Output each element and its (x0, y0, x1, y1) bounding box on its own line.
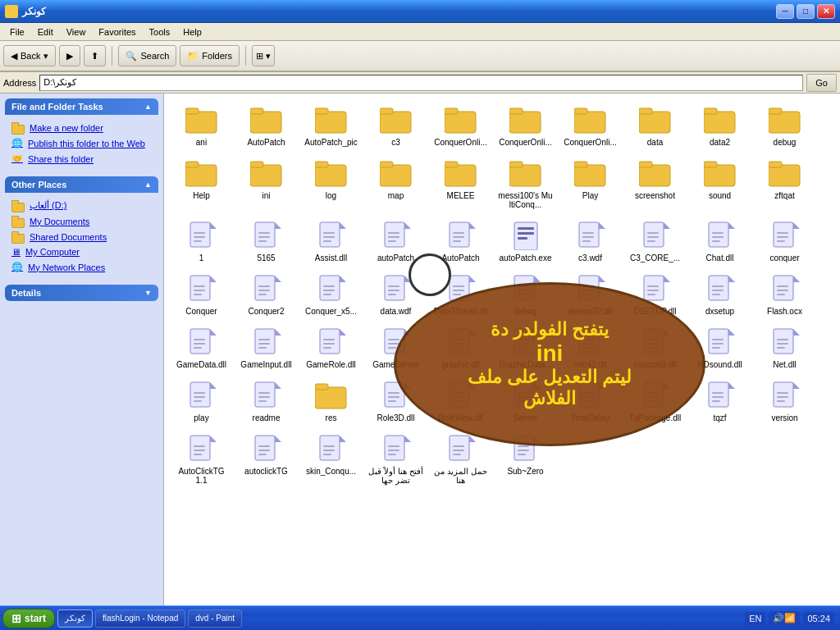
search-button[interactable]: 🔍 Search (118, 45, 176, 66)
file-item[interactable]: sound (689, 153, 751, 212)
file-item[interactable]: skin_Conqu... (300, 429, 362, 488)
language-indicator[interactable]: EN (745, 612, 765, 625)
file-item[interactable]: MELEE (430, 153, 491, 212)
file-item[interactable]: Net.dll (754, 322, 815, 372)
file-item[interactable]: ConquerOnli... (559, 100, 621, 150)
svg-rect-26 (380, 165, 411, 186)
forward-button[interactable]: ▶ (59, 45, 80, 66)
menu-item-view[interactable]: View (60, 25, 93, 39)
menubar: FileEditViewFavoritesToolsHelp (0, 23, 840, 41)
address-input[interactable] (39, 75, 803, 91)
shared-documents-place[interactable]: Shared Documents (10, 229, 153, 244)
file-icon (315, 219, 348, 252)
my-documents-place[interactable]: My Documents (10, 213, 153, 229)
file-item[interactable]: readme (235, 376, 297, 426)
file-item[interactable]: c3 (365, 100, 427, 150)
file-item[interactable]: debug (754, 100, 815, 150)
file-icon (704, 379, 737, 412)
go-button[interactable]: Go (806, 74, 837, 92)
svg-rect-87 (777, 236, 788, 238)
taskbar-item-1[interactable]: flashLogin - Notepad (95, 609, 185, 628)
file-item[interactable]: ConquerOnli... (495, 100, 556, 150)
taskbar-item-0[interactable]: كونكر (57, 609, 93, 628)
file-item[interactable]: ConquerOnli... (430, 100, 491, 150)
publish-folder-task[interactable]: 🌐 Publish this folder to the Web (10, 135, 153, 151)
share-folder-task[interactable]: 🤝 Share this folder (10, 151, 153, 167)
file-item[interactable]: 5165 (235, 216, 297, 266)
file-item[interactable]: GameData.dll (171, 322, 232, 372)
file-item[interactable]: autoPatch (365, 216, 427, 266)
file-item[interactable]: Play (559, 153, 621, 212)
svg-rect-229 (712, 396, 724, 398)
taskbar-item-2[interactable]: dvd - Paint (188, 609, 242, 628)
file-item[interactable]: GameRole.dll (300, 322, 362, 372)
file-item[interactable]: autoPatch.exe (495, 216, 556, 266)
menu-item-help[interactable]: Help (176, 25, 208, 39)
file-item[interactable]: Chat.dll (689, 216, 751, 266)
file-item[interactable]: zftqat (754, 153, 815, 212)
file-item[interactable]: data (624, 100, 686, 150)
file-item[interactable]: AutoPatch_pic (300, 100, 362, 150)
file-item[interactable]: AutoPatch (430, 216, 491, 266)
file-item[interactable]: dxsetup (689, 269, 751, 319)
file-item[interactable]: Conquer_x5... (300, 269, 362, 319)
file-item[interactable]: res (300, 376, 362, 426)
file-item[interactable]: C3_CORE_... (624, 216, 686, 266)
close-button[interactable]: ✕ (817, 4, 835, 19)
games-drive-place[interactable]: ألعاب (D:) (10, 198, 153, 213)
file-item[interactable]: Assist.dll (300, 216, 362, 266)
file-item[interactable]: 1 (171, 216, 232, 266)
menu-item-file[interactable]: File (3, 25, 31, 39)
file-folder-tasks-header[interactable]: File and Folder Tasks ▲ (5, 98, 158, 115)
details-header[interactable]: Details ▼ (5, 285, 158, 301)
file-item[interactable]: Conquer (171, 269, 232, 319)
minimize-button[interactable]: ─ (776, 4, 794, 19)
file-item[interactable]: GameInput.dll (235, 322, 297, 372)
svg-rect-126 (647, 285, 659, 287)
start-button[interactable]: ⊞ start (2, 609, 55, 628)
views-button[interactable]: ⊞ ▾ (252, 45, 275, 66)
file-item[interactable]: screenshot (624, 153, 686, 212)
file-item[interactable]: ini (235, 153, 297, 212)
file-icon (185, 219, 218, 252)
file-item[interactable]: data.wdf (365, 269, 427, 319)
other-places-header[interactable]: Other Places ▲ (5, 176, 158, 193)
svg-rect-31 (509, 162, 523, 167)
back-button[interactable]: ◀ Back ▾ (3, 45, 56, 66)
my-network-places[interactable]: 🌐 My Network Places (10, 259, 153, 275)
file-item[interactable]: version (754, 376, 815, 426)
maximize-button[interactable]: □ (797, 4, 815, 19)
file-item[interactable]: Conquer2 (235, 269, 297, 319)
file-item[interactable]: c3.wdf (559, 216, 621, 266)
file-icon (315, 432, 348, 465)
my-computer-place[interactable]: 🖥 My Computer (10, 244, 153, 259)
file-item[interactable]: AutoClickTG 1.1 (171, 429, 232, 488)
file-item[interactable]: messi100's MultiConq... (495, 153, 556, 212)
svg-marker-80 (728, 222, 735, 229)
file-label: screenshot (635, 191, 675, 200)
search-icon: 🔍 (126, 51, 137, 62)
file-item[interactable]: AutoPatch (235, 100, 297, 150)
file-icon (769, 219, 801, 252)
file-item[interactable]: log (300, 153, 362, 212)
file-item[interactable]: conquer (754, 216, 815, 266)
menu-item-tools[interactable]: Tools (143, 25, 177, 39)
file-item[interactable]: ani (171, 100, 232, 150)
menu-item-favorites[interactable]: Favorites (92, 25, 142, 39)
file-item[interactable]: data2 (689, 100, 751, 150)
svg-rect-68 (518, 237, 527, 240)
file-item[interactable]: play (171, 376, 232, 426)
file-label: GameInput.dll (240, 360, 291, 369)
make-new-folder-task[interactable]: Make a new folder (10, 120, 153, 135)
up-button[interactable]: ⬆ (84, 45, 106, 66)
file-item[interactable]: أفتح هنا أولاً قبل تضر جها (365, 429, 427, 488)
menu-item-edit[interactable]: Edit (31, 25, 60, 39)
folders-button[interactable]: 📁 Folders (180, 45, 240, 66)
file-item[interactable]: map (365, 153, 427, 212)
toolbar: ◀ Back ▾ ▶ ⬆ 🔍 Search 📁 Folders ⊞ ▾ (0, 41, 840, 72)
folder-icon (250, 157, 283, 189)
file-item[interactable]: autoclickTG (235, 429, 297, 488)
tasks-collapse-icon: ▲ (144, 103, 152, 111)
file-item[interactable]: Help (171, 153, 232, 212)
file-item[interactable]: Flash.ocx (754, 269, 815, 319)
